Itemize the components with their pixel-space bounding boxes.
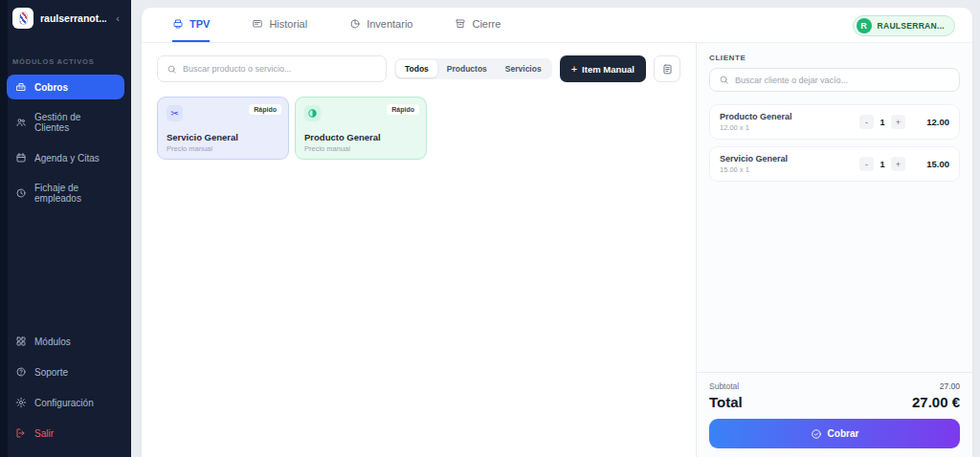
quick-item-title: Producto General: [304, 132, 417, 142]
increment-button[interactable]: +: [891, 115, 905, 129]
monitor-icon: [252, 18, 263, 30]
tab-label: TPV: [189, 18, 210, 30]
filter-productos[interactable]: Productos: [438, 60, 496, 77]
sidebar-item-modulos[interactable]: Módulos: [7, 329, 124, 354]
catalog-toolbar: Todos Productos Servicios + Item Manual: [157, 55, 680, 82]
tab-label: Inventario: [367, 18, 412, 30]
increment-button[interactable]: +: [891, 157, 905, 171]
half-circle-icon: [304, 105, 321, 121]
sidebar-item-soporte[interactable]: Soporte: [7, 359, 124, 384]
top-tab-bar: TPV Historial Inventario Cierre: [142, 8, 972, 43]
tab-label: Cierre: [472, 18, 501, 30]
quick-items-row: ✂ Rápido Servicio General Precio manual …: [157, 97, 680, 160]
subtotal-value: 27.00: [940, 381, 960, 391]
cart-list: Producto General 12.00 x 1 - 1 + 12.00 S…: [709, 104, 960, 372]
filter-todos[interactable]: Todos: [396, 60, 437, 77]
cart-panel: CLIENTE Producto General 12.00 x 1 - 1: [696, 43, 972, 457]
filter-servicios[interactable]: Servicios: [497, 60, 550, 77]
quick-item-subtitle: Precio manual: [304, 144, 417, 153]
sidebar-item-label: Agenda y Citas: [34, 153, 100, 163]
catalog-section: Todos Productos Servicios + Item Manual …: [142, 43, 696, 457]
checkout-button[interactable]: Cobrar: [709, 419, 960, 448]
add-manual-item-button[interactable]: + Item Manual: [560, 55, 646, 82]
filter-segment: Todos Productos Servicios: [394, 58, 552, 79]
search-icon: [719, 75, 729, 85]
tab-tpv[interactable]: TPV: [172, 8, 210, 42]
client-search-input[interactable]: [735, 76, 950, 85]
main-panel: TPV Historial Inventario Cierre: [142, 8, 972, 457]
add-manual-item-label: Item Manual: [582, 64, 635, 75]
decrement-button[interactable]: -: [859, 115, 874, 129]
register-icon: [172, 18, 184, 30]
sidebar-item-salir[interactable]: Salir: [7, 421, 124, 446]
decrement-button[interactable]: -: [859, 157, 874, 171]
total-label: Total: [709, 394, 743, 410]
sidebar-item-agenda-citas[interactable]: Agenda y Citas: [7, 145, 124, 170]
product-search-input[interactable]: [183, 64, 377, 74]
sidebar-item-label: Gestión de Clientes: [34, 112, 116, 133]
logout-icon: [15, 427, 27, 439]
sidebar-header: raulserranot... ‹: [0, 0, 131, 36]
cart-item-total: 15.00: [915, 159, 949, 169]
tab-historial[interactable]: Historial: [252, 8, 307, 42]
pie-chart-icon: [349, 18, 361, 30]
cart-item-info: Servicio General 15.00 x 1: [720, 154, 859, 174]
barber-pole-icon: [19, 11, 28, 25]
cash-register-icon: [15, 81, 27, 93]
calendar-icon: [15, 152, 27, 163]
users-icon: [15, 117, 27, 128]
app-logo: [12, 8, 33, 29]
sidebar: raulserranot... ‹ MÓDULOS ACTIVOS Cobros…: [0, 0, 131, 457]
cart-item-name: Producto General: [720, 112, 859, 121]
tab-cierre[interactable]: Cierre: [455, 8, 501, 42]
archive-icon: [455, 18, 466, 30]
user-name: RAULSERRAN...: [878, 21, 946, 31]
search-icon: [167, 64, 177, 75]
check-circle-icon: [811, 428, 822, 440]
sidebar-item-fichaje[interactable]: Fichaje de empleados: [7, 176, 124, 210]
sidebar-item-label: Configuración: [34, 398, 94, 408]
cart-footer: Subtotal 27.00 Total 27.00 € Cobrar: [697, 372, 972, 448]
sidebar-item-cobros[interactable]: Cobros: [7, 75, 124, 99]
cart-item-detail: 15.00 x 1: [720, 165, 859, 174]
sidebar-item-configuracion[interactable]: Configuración: [7, 390, 124, 415]
cart-item-detail: 12.00 x 1: [720, 123, 859, 132]
quantity-value: 1: [879, 118, 886, 127]
quick-item-producto-general[interactable]: Rápido Producto General Precio manual: [295, 97, 427, 160]
clock-icon: [15, 187, 27, 199]
sidebar-item-label: Módulos: [34, 337, 71, 347]
checkout-label: Cobrar: [828, 428, 859, 439]
user-badge[interactable]: R RAULSERRAN...: [853, 15, 956, 36]
product-search[interactable]: [157, 55, 387, 82]
client-search[interactable]: [709, 68, 960, 92]
quantity-stepper: - 1 +: [859, 115, 905, 129]
sidebar-nav: Cobros Gestión de Clientes Agenda y Cita…: [0, 75, 131, 210]
sidebar-item-gestion-clientes[interactable]: Gestión de Clientes: [7, 105, 124, 140]
client-label: CLIENTE: [709, 54, 960, 62]
receipt-list-icon: [661, 63, 674, 76]
sidebar-item-label: Fichaje de empleados: [34, 183, 116, 204]
subtotal-label: Subtotal: [709, 381, 739, 391]
cart-item-total: 12.00: [915, 117, 949, 127]
receipt-list-button[interactable]: [654, 55, 680, 82]
cart-item-info: Producto General 12.00 x 1: [720, 112, 859, 132]
quick-item-servicio-general[interactable]: ✂ Rápido Servicio General Precio manual: [157, 97, 289, 160]
plus-icon: +: [571, 63, 577, 75]
sidebar-footer-nav: Módulos Soporte Configuración Salir: [0, 329, 131, 457]
cart-item-name: Servicio General: [720, 154, 859, 163]
workspace-name: raulserranot...: [40, 12, 106, 24]
help-icon: [15, 366, 27, 378]
sidebar-item-label: Soporte: [34, 367, 68, 378]
sidebar-collapse-button[interactable]: ‹: [113, 12, 122, 24]
tab-inventario[interactable]: Inventario: [349, 8, 412, 42]
active-modules-label: MÓDULOS ACTIVOS: [0, 57, 131, 66]
quick-item-subtitle: Precio manual: [167, 144, 279, 153]
gear-icon: [15, 397, 27, 408]
quantity-stepper: - 1 +: [859, 157, 905, 171]
quantity-value: 1: [879, 160, 886, 169]
tab-label: Historial: [269, 18, 307, 30]
quick-badge: Rápido: [387, 104, 419, 115]
grid-icon: [15, 336, 27, 347]
quick-badge: Rápido: [249, 104, 281, 115]
scissors-icon: ✂: [167, 105, 183, 121]
